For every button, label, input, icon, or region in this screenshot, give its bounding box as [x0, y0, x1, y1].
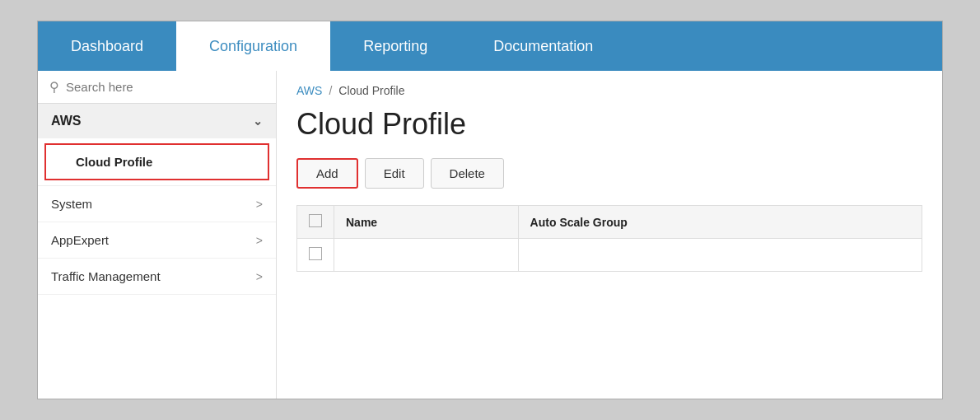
data-table: Name Auto Scale Group — [296, 205, 922, 272]
chevron-right-icon: > — [256, 270, 263, 283]
top-nav: Dashboard Configuration Reporting Docume… — [38, 21, 942, 71]
sidebar-appexpert-label: AppExpert — [51, 233, 109, 247]
tab-documentation[interactable]: Documentation — [460, 21, 626, 71]
row-name-cell — [334, 239, 519, 272]
tab-dashboard[interactable]: Dashboard — [38, 21, 176, 71]
sidebar-item-cloud-profile[interactable]: Cloud Profile — [44, 143, 269, 180]
chevron-down-icon: ⌄ — [253, 114, 263, 128]
add-button[interactable]: Add — [296, 158, 358, 189]
col-header-name: Name — [334, 206, 519, 239]
breadcrumb-current: Cloud Profile — [338, 84, 404, 97]
col-header-auto-scale-group: Auto Scale Group — [518, 206, 922, 239]
col-header-checkbox — [297, 206, 334, 239]
breadcrumb-separator: / — [329, 84, 332, 97]
sidebar-section-aws: AWS ⌄ Cloud Profile — [38, 104, 276, 186]
delete-button[interactable]: Delete — [431, 158, 504, 189]
search-icon: ⚲ — [49, 79, 59, 95]
sidebar-aws-header[interactable]: AWS ⌄ — [38, 104, 276, 138]
search-input[interactable] — [66, 80, 264, 94]
sidebar-traffic-label: Traffic Management — [51, 269, 161, 283]
app-container: Dashboard Configuration Reporting Docume… — [37, 21, 943, 399]
row-checkbox-cell — [297, 239, 334, 272]
chevron-right-icon: > — [256, 234, 263, 247]
edit-button[interactable]: Edit — [365, 158, 424, 189]
sidebar-aws-label: AWS — [51, 114, 81, 128]
sidebar-item-system[interactable]: System > — [38, 186, 276, 222]
breadcrumb-parent[interactable]: AWS — [296, 84, 322, 97]
breadcrumb: AWS / Cloud Profile — [296, 84, 922, 97]
table-header-row: Name Auto Scale Group — [297, 206, 922, 239]
sidebar-item-appexpert[interactable]: AppExpert > — [38, 222, 276, 259]
sidebar: ⚲ AWS ⌄ Cloud Profile System > AppExpert… — [38, 71, 277, 399]
page-title: Cloud Profile — [296, 107, 922, 142]
search-bar[interactable]: ⚲ — [38, 71, 276, 104]
main-area: ⚲ AWS ⌄ Cloud Profile System > AppExpert… — [38, 71, 942, 399]
row-auto-scale-cell — [518, 239, 922, 272]
content-area: AWS / Cloud Profile Cloud Profile Add Ed… — [277, 71, 942, 399]
row-checkbox[interactable] — [309, 247, 322, 260]
sidebar-system-label: System — [51, 197, 92, 211]
table-row — [297, 239, 922, 272]
tab-reporting[interactable]: Reporting — [330, 21, 460, 71]
chevron-right-icon: > — [256, 198, 263, 211]
select-all-checkbox[interactable] — [309, 214, 322, 227]
sidebar-item-traffic-management[interactable]: Traffic Management > — [38, 259, 276, 295]
toolbar: Add Edit Delete — [296, 158, 922, 189]
tab-configuration[interactable]: Configuration — [176, 21, 330, 71]
